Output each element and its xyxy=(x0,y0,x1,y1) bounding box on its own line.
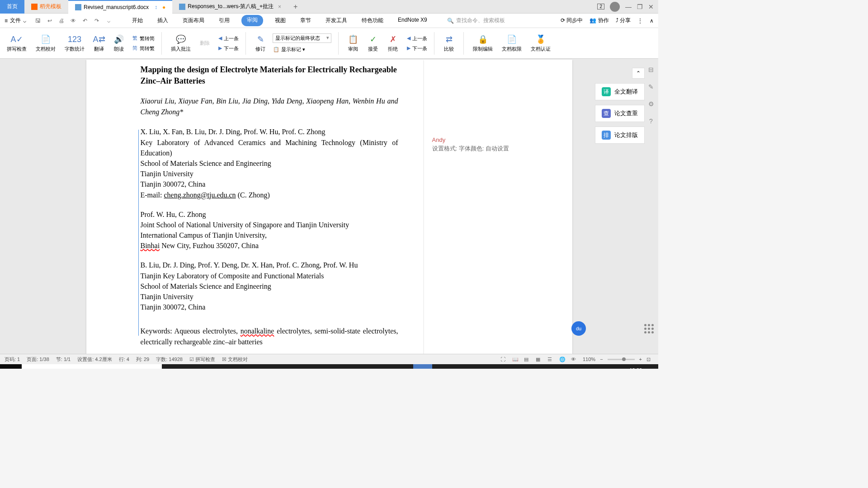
menu-dots-icon[interactable] xyxy=(644,324,654,333)
markup-display-dropdown[interactable]: 显示标记的最终状态 xyxy=(273,33,331,43)
tab-pagelayout[interactable]: 页面布局 xyxy=(180,15,207,26)
start-button[interactable] xyxy=(0,364,22,369)
wps-icon[interactable]: W xyxy=(413,364,432,369)
new-tab-button[interactable]: + xyxy=(288,3,303,11)
more-menu[interactable]: ⋮ xyxy=(637,18,643,24)
next-comment-button[interactable]: ▶下一条 xyxy=(217,45,239,52)
reading-view-icon[interactable]: 📖 xyxy=(512,356,519,363)
review-button[interactable]: 📋审阅 xyxy=(345,34,361,52)
tab-view[interactable]: 视图 xyxy=(272,15,288,26)
tab-document-1[interactable]: Revised_manuscript6.docx↕● xyxy=(68,0,172,14)
maximize-button[interactable]: ❐ xyxy=(637,3,643,10)
print-layout-icon[interactable]: ▤ xyxy=(524,356,531,363)
print-icon[interactable]: 🖨 xyxy=(58,17,65,24)
permission-button[interactable]: 📄文档权限 xyxy=(500,34,524,52)
user-avatar[interactable] xyxy=(610,2,620,12)
page-layout-icon[interactable]: ▦ xyxy=(536,356,543,363)
tab-insert[interactable]: 插入 xyxy=(155,15,171,26)
close-button[interactable]: ✕ xyxy=(648,3,654,10)
clock[interactable]: 12:32 2020/9/13 xyxy=(620,367,642,369)
tab-chapter[interactable]: 章节 xyxy=(297,15,314,26)
notification-badge[interactable]: 2 xyxy=(597,4,604,9)
cortana-icon[interactable]: ○ xyxy=(166,364,185,369)
tab-developer[interactable]: 开发工具 xyxy=(323,15,350,26)
help-icon[interactable]: ? xyxy=(647,117,655,125)
tab-special[interactable]: 特色功能 xyxy=(359,15,386,26)
more-icon[interactable]: ⌵ xyxy=(105,17,112,24)
trad2simp-button[interactable]: 简 简转繁 xyxy=(131,45,155,52)
chrome-icon[interactable]: 🌐 xyxy=(209,364,228,369)
doccheck-button[interactable]: 📄文档校对 xyxy=(33,34,58,52)
sync-status[interactable]: ⟳ 同步中 xyxy=(561,17,583,24)
windows-search[interactable]: 🔍 在这里输入你要搜索的内容 xyxy=(22,364,162,369)
app-icon[interactable]: ✱ xyxy=(294,364,313,369)
undo-print-icon[interactable]: ↩ xyxy=(46,17,53,24)
zoom-slider[interactable] xyxy=(608,359,635,360)
close-icon[interactable]: × xyxy=(278,4,281,10)
everything-icon[interactable]: 🔍 xyxy=(349,364,368,369)
tab-references[interactable]: 引用 xyxy=(216,15,232,26)
share-button[interactable]: ⤴ 分享 xyxy=(616,17,631,24)
tab-home[interactable]: 首页 xyxy=(0,0,24,14)
document-page[interactable]: Mapping the design of Electrolyte Materi… xyxy=(86,60,423,354)
tab-endnote[interactable]: EndNote X9 xyxy=(395,15,430,26)
status-pages[interactable]: 页面: 1/38 xyxy=(27,356,49,363)
save-icon[interactable]: 🖫 xyxy=(34,17,42,24)
zoom-out-button[interactable]: − xyxy=(600,357,603,362)
wechat-icon[interactable]: 💬 xyxy=(273,364,292,369)
accept-button[interactable]: ✓接受 xyxy=(365,34,381,52)
collab-button[interactable]: 👥 协作 xyxy=(590,17,609,24)
status-page[interactable]: 页码: 1 xyxy=(5,356,20,363)
fit-page-icon[interactable]: ⊡ xyxy=(646,356,654,363)
explorer-icon[interactable]: 📁 xyxy=(230,364,249,369)
status-proofread[interactable]: ☒ 文档校对 xyxy=(222,356,248,363)
print-preview-icon[interactable]: 👁 xyxy=(70,17,77,24)
reject-button[interactable]: ✗拒绝 xyxy=(385,34,401,52)
telegram-icon[interactable]: ➤ xyxy=(392,364,411,369)
read-button[interactable]: 🔊朗读 xyxy=(111,34,127,52)
tab-document-2[interactable]: Responses_to...wers-第八稿_+批注× xyxy=(172,0,288,14)
tab-review[interactable]: 审阅 xyxy=(241,15,263,26)
status-words[interactable]: 字数: 14928 xyxy=(156,356,183,363)
pencil-icon[interactable]: ✎ xyxy=(647,83,655,91)
notepad-icon[interactable]: 📝 xyxy=(251,364,270,369)
undo-icon[interactable]: ↶ xyxy=(81,17,89,24)
plagiarism-button[interactable]: 查论文查重 xyxy=(595,105,645,122)
show-markup-button[interactable]: 📋 显示标记 ▾ xyxy=(273,46,331,53)
zoom-level[interactable]: 110% xyxy=(583,357,595,362)
comment-item[interactable]: Andy 设置格式: 字体颜色: 自动设置 xyxy=(432,136,563,153)
tab-doke-templates[interactable]: 稻壳模板 xyxy=(24,0,68,14)
insert-comment-button[interactable]: 💬插入批注 xyxy=(169,34,193,52)
minimize-button[interactable]: — xyxy=(625,3,632,10)
collapse-panel-button[interactable]: ⌃ xyxy=(632,68,645,79)
simp2trad-button[interactable]: 繁 繁转简 xyxy=(131,35,155,42)
settings-icon[interactable]: ⚙ xyxy=(647,100,655,108)
file-menu[interactable]: ≡ 文件 ⌵ xyxy=(5,17,26,24)
eye-protect-icon[interactable]: 👁 xyxy=(571,356,578,363)
layout-button[interactable]: 排论文排版 xyxy=(595,127,645,144)
collapse-ribbon[interactable]: ∧ xyxy=(650,18,654,24)
tab-start[interactable]: 开始 xyxy=(129,15,146,26)
command-search[interactable]: 🔍 查找命令、搜索模板 xyxy=(447,17,505,24)
status-spellcheck[interactable]: ☑ 拼写检查 xyxy=(189,356,215,363)
restrict-edit-button[interactable]: 🔒限制编辑 xyxy=(471,34,495,52)
taskview-icon[interactable]: ⊞ xyxy=(188,364,207,369)
web-layout-icon[interactable]: 🌐 xyxy=(559,356,566,363)
zoom-in-button[interactable]: + xyxy=(639,357,642,362)
baidu-float-icon[interactable]: du xyxy=(571,321,586,336)
outline-view-icon[interactable]: ☰ xyxy=(547,356,555,363)
spellcheck-button[interactable]: A✓拼写检查 xyxy=(5,34,29,52)
fullscreen-icon[interactable]: ⛶ xyxy=(500,356,508,363)
track-changes-button[interactable]: ✎修订 xyxy=(253,34,268,52)
wordcount-button[interactable]: 123字数统计 xyxy=(62,34,87,52)
full-translate-button[interactable]: 译全文翻译 xyxy=(595,83,645,100)
prev-change-button[interactable]: ◀上一条 xyxy=(405,35,427,42)
next-change-button[interactable]: ▶下一条 xyxy=(405,45,427,52)
ruler-icon[interactable]: ⊟ xyxy=(647,66,655,74)
compare-button[interactable]: ⇄比较 xyxy=(441,34,457,52)
certify-button[interactable]: 🏅文档认证 xyxy=(528,34,553,52)
record-icon[interactable]: ⬤ xyxy=(371,364,390,369)
prev-comment-button[interactable]: ◀上一条 xyxy=(217,35,239,42)
redo-icon[interactable]: ↷ xyxy=(93,17,100,24)
translate-button[interactable]: A⇄翻译 xyxy=(91,34,107,52)
